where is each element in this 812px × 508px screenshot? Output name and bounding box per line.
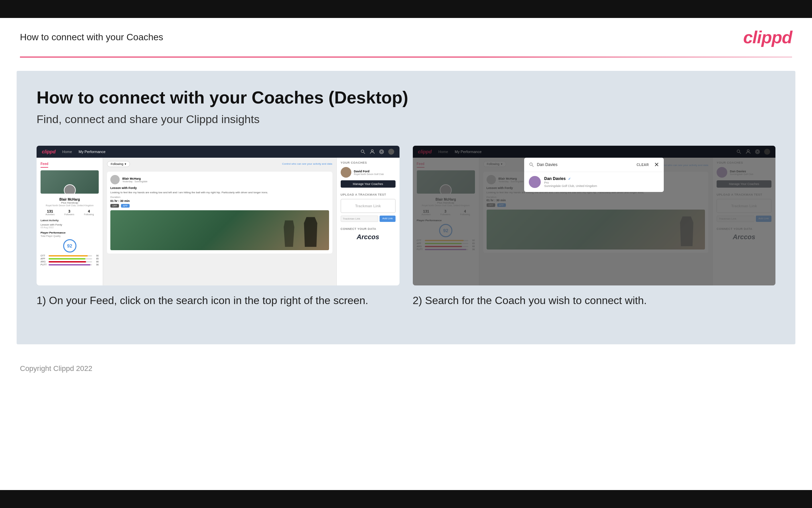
profile-stats: 131 Activities 3 Followers 4 Following: [41, 209, 99, 216]
stat-following-num: 4: [84, 209, 94, 213]
score-value: 92: [67, 243, 73, 249]
avatar-nav[interactable]: [388, 149, 394, 155]
mock-nav-logo: clippd: [42, 149, 55, 154]
feed-panel: Following ▾ Control who can see your act…: [103, 158, 336, 286]
post-duration-value: 01 hr : 30 min: [110, 199, 329, 203]
post-toggles: OFF APP: [110, 204, 329, 208]
coaches-title: Your Coaches: [341, 161, 395, 164]
upload-title: Upload a Trackman Test: [341, 193, 395, 196]
bar-putt-fill: [49, 264, 90, 265]
score-circle: 92: [63, 239, 77, 253]
bar-ott-fill: [49, 255, 88, 256]
search-bar: Dan Davies CLEAR ✕: [524, 158, 664, 172]
clippd-logo: clippd: [743, 27, 792, 47]
search-result-avatar: [529, 176, 541, 188]
mock-nav-icons: [360, 149, 394, 155]
coach-info: David Ford Royal North Devon Golf Club: [354, 170, 384, 175]
svg-point-2: [371, 150, 373, 152]
top-bar: [0, 0, 812, 18]
search-input[interactable]: Dan Davies: [537, 162, 634, 167]
stat-activities: 131 Activities: [46, 209, 55, 216]
bar-arg-fill: [49, 261, 86, 262]
bar-app-label: APP: [41, 257, 47, 260]
post-text: Looking to feel like my hands are exitin…: [110, 191, 329, 194]
stat-followers-num: 3: [64, 209, 75, 213]
post-image: [110, 210, 329, 250]
post-author-info: Blair McHarg Yesterday · Sunningdale: [122, 177, 148, 183]
coaches-panel: Your Coaches David Ford Royal North Devo…: [336, 158, 399, 286]
search-result-club: Sunningdale Golf Club, United Kingdom: [544, 184, 597, 187]
bar-app-val: 85: [93, 257, 99, 260]
mock-nav-home[interactable]: Home: [62, 150, 72, 154]
bar-putt-val: 96: [93, 263, 99, 266]
following-label: Following: [111, 162, 123, 166]
search-result-name: Dan Davies ✓: [544, 176, 597, 181]
profile-avatar: [64, 184, 76, 194]
toggle-off-btn[interactable]: OFF: [110, 204, 119, 208]
toggle-app-btn[interactable]: APP: [121, 204, 130, 208]
trackman-box: Trackman Link: [341, 199, 395, 213]
mock-nav-left: clippd Home My Performance: [37, 146, 399, 158]
user-icon-nav[interactable]: [370, 149, 375, 154]
header: How to connect with your Coaches clippd: [0, 18, 812, 56]
profile-club: Royal North Devon Golf Club, United King…: [41, 204, 99, 207]
following-button[interactable]: Following ▾: [107, 161, 130, 167]
bar-app: APP 85: [41, 257, 99, 260]
latest-activity-label: Latest Activity: [41, 219, 99, 222]
copyright-text: Copyright Clippd 2022: [20, 364, 92, 373]
step2-description: 2) Search for the Coach you wish to conn…: [413, 293, 776, 308]
app-screen-left: clippd Home My Performance: [37, 146, 399, 286]
screenshot-right: clippd Home My Performance: [413, 146, 776, 308]
footer: Copyright Clippd 2022: [0, 357, 812, 380]
search-result[interactable]: Dan Davies ✓ Pro Sunningdale Golf Club, …: [524, 172, 664, 192]
search-overlay: Dan Davies CLEAR ✕ Dan Davies ✓: [413, 146, 776, 286]
profile-panel: Feed Blair McHarg Plus Handicap Royal No…: [37, 158, 103, 286]
bar-ott-val: 90: [93, 254, 99, 257]
bar-ott-track: [49, 255, 92, 256]
page-title: How to connect with your Coaches: [20, 32, 163, 43]
bar-arg-track: [49, 261, 92, 262]
total-quality-label: Total Player Quality: [41, 235, 99, 237]
main-content: How to connect with your Coaches (Deskto…: [17, 71, 795, 344]
search-close-btn[interactable]: ✕: [654, 161, 659, 168]
trackman-input-row: Trackman Link Add Link: [341, 216, 395, 222]
svg-line-11: [532, 165, 533, 167]
bar-putt-label: PUTT: [41, 263, 47, 266]
trackman-input[interactable]: Trackman Link: [341, 216, 379, 222]
stat-following: 4 Following: [84, 209, 94, 216]
header-divider: [20, 56, 792, 57]
mock-nav-performance[interactable]: My Performance: [79, 150, 106, 154]
bar-app-track: [49, 258, 92, 259]
search-clear-btn[interactable]: CLEAR: [636, 163, 649, 167]
search-result-name-text: Dan Davies: [544, 176, 566, 181]
add-link-btn[interactable]: Add Link: [380, 216, 395, 222]
latest-activity-item: Lesson with Fordy: [41, 223, 99, 226]
latest-activity-date: 03 Aug 2022: [41, 226, 99, 228]
coach-name: David Ford: [354, 170, 384, 173]
bar-arg-label: ARG: [41, 260, 47, 263]
bar-putt: PUTT 96: [41, 263, 99, 266]
post-author-name: Blair McHarg: [122, 177, 148, 180]
control-link[interactable]: Control who can see your activity and da…: [282, 162, 332, 165]
app-screen-right: clippd Home My Performance: [413, 146, 776, 286]
step1-description: 1) On your Feed, click on the search ico…: [37, 293, 399, 308]
post-title: Lesson with Fordy: [110, 186, 329, 189]
post-meta: Yesterday · Sunningdale: [122, 180, 148, 183]
performance-bars: OTT 90 APP 85 ARG: [41, 254, 99, 266]
verified-icon: ✓: [568, 177, 571, 181]
search-icon-nav[interactable]: [360, 149, 366, 154]
search-result-role: Pro: [544, 181, 597, 184]
manage-coaches-btn[interactable]: Manage Your Coaches: [341, 180, 395, 187]
profile-cover: [41, 170, 99, 194]
arccos-label: Arccos: [341, 233, 395, 241]
mock-content-left: Feed Blair McHarg Plus Handicap Royal No…: [37, 158, 399, 286]
svg-point-0: [361, 150, 364, 153]
app-mockup-left: clippd Home My Performance: [37, 146, 399, 286]
svg-line-1: [364, 153, 365, 154]
search-result-info: Dan Davies ✓ Pro Sunningdale Golf Club, …: [544, 176, 597, 187]
post-header: Blair McHarg Yesterday · Sunningdale: [110, 175, 329, 184]
settings-icon-nav[interactable]: [379, 149, 384, 154]
bar-ott: OTT 90: [41, 254, 99, 257]
bar-putt-track: [49, 264, 92, 265]
svg-point-4: [380, 150, 384, 154]
